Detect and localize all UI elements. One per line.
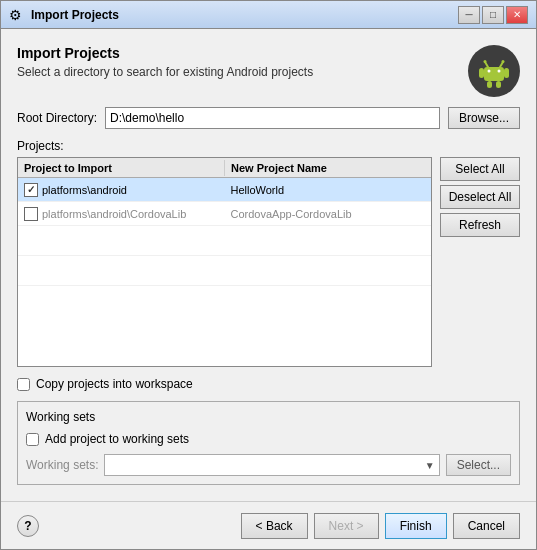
header-section: Import Projects Select a directory to se…: [17, 45, 520, 97]
deselect-all-button[interactable]: Deselect All: [440, 185, 520, 209]
table-row-empty2: [18, 256, 431, 286]
projects-table: Project to Import New Project Name ✓ pla…: [17, 157, 432, 367]
table-row[interactable]: ✓ platforms\android HelloWorld: [18, 178, 431, 202]
row1-project: platforms\android: [42, 184, 127, 196]
working-sets-label: Working sets: [26, 410, 511, 424]
working-sets-combo[interactable]: ▼: [104, 454, 439, 476]
checkmark: ✓: [27, 184, 35, 195]
projects-section: Projects: Project to Import New Project …: [17, 139, 520, 367]
root-dir-input[interactable]: [105, 107, 440, 129]
window-title: Import Projects: [31, 8, 458, 22]
title-bar-controls: ─ □ ✕: [458, 6, 528, 24]
working-sets-input-row: Working sets: ▼ Select...: [26, 454, 511, 476]
import-projects-window: ⚙ Import Projects ─ □ ✕ Import Projects …: [0, 0, 537, 550]
cell-project-2: platforms\android\CordovaLib: [18, 205, 225, 223]
add-working-sets-label: Add project to working sets: [45, 432, 189, 446]
header-text: Import Projects Select a directory to se…: [17, 45, 313, 79]
footer-left: ?: [17, 515, 241, 537]
table-header: Project to Import New Project Name: [18, 158, 431, 178]
svg-rect-7: [479, 68, 484, 78]
copy-workspace-checkbox[interactable]: [17, 378, 30, 391]
svg-point-4: [484, 60, 487, 63]
side-buttons: Select All Deselect All Refresh: [440, 157, 520, 367]
next-button[interactable]: Next >: [314, 513, 379, 539]
combo-arrow-icon: ▼: [425, 460, 435, 471]
row2-checkbox[interactable]: [24, 207, 38, 221]
cell-project-1: ✓ platforms\android: [18, 181, 225, 199]
table-body: ✓ platforms\android HelloWorld: [18, 178, 431, 366]
root-directory-row: Root Directory: Browse...: [17, 107, 520, 129]
android-logo: [468, 45, 520, 97]
row1-checkbox[interactable]: ✓: [24, 183, 38, 197]
close-button[interactable]: ✕: [506, 6, 528, 24]
android-icon: [476, 53, 512, 89]
table-row[interactable]: platforms\android\CordovaLib CordovaApp-…: [18, 202, 431, 226]
svg-rect-0: [484, 67, 504, 81]
svg-rect-10: [496, 81, 501, 88]
dialog-title: Import Projects: [17, 45, 313, 61]
title-bar: ⚙ Import Projects ─ □ ✕: [1, 1, 536, 29]
col-new-name: New Project Name: [225, 160, 431, 176]
projects-label: Projects:: [17, 139, 520, 153]
working-sets-input-label: Working sets:: [26, 458, 98, 472]
browse-button[interactable]: Browse...: [448, 107, 520, 129]
row2-project: platforms\android\CordovaLib: [42, 208, 186, 220]
row1-newname: HelloWorld: [231, 184, 285, 196]
window-icon: ⚙: [9, 7, 25, 23]
copy-workspace-row: Copy projects into workspace: [17, 377, 520, 391]
projects-area: Project to Import New Project Name ✓ pla…: [17, 157, 520, 367]
svg-rect-9: [487, 81, 492, 88]
svg-rect-8: [504, 68, 509, 78]
help-button[interactable]: ?: [17, 515, 39, 537]
svg-point-1: [488, 70, 491, 73]
cancel-button[interactable]: Cancel: [453, 513, 520, 539]
add-working-sets-row: Add project to working sets: [26, 432, 511, 446]
maximize-button[interactable]: □: [482, 6, 504, 24]
row2-newname: CordovaApp-CordovaLib: [231, 208, 352, 220]
main-content: Import Projects Select a directory to se…: [1, 29, 536, 501]
table-row-empty: [18, 226, 431, 256]
footer: ? < Back Next > Finish Cancel: [1, 501, 536, 549]
select-all-button[interactable]: Select All: [440, 157, 520, 181]
copy-workspace-label: Copy projects into workspace: [36, 377, 193, 391]
dialog-subtitle: Select a directory to search for existin…: [17, 65, 313, 79]
back-button[interactable]: < Back: [241, 513, 308, 539]
refresh-button[interactable]: Refresh: [440, 213, 520, 237]
footer-buttons: < Back Next > Finish Cancel: [241, 513, 520, 539]
cell-name-1: HelloWorld: [225, 182, 432, 198]
working-sets-section: Working sets Add project to working sets…: [17, 401, 520, 485]
col-project: Project to Import: [18, 160, 225, 176]
cell-name-2: CordovaApp-CordovaLib: [225, 206, 432, 222]
finish-button[interactable]: Finish: [385, 513, 447, 539]
svg-point-6: [502, 60, 505, 63]
working-sets-select-button[interactable]: Select...: [446, 454, 511, 476]
root-dir-label: Root Directory:: [17, 111, 97, 125]
svg-point-2: [498, 70, 501, 73]
minimize-button[interactable]: ─: [458, 6, 480, 24]
add-working-sets-checkbox[interactable]: [26, 433, 39, 446]
